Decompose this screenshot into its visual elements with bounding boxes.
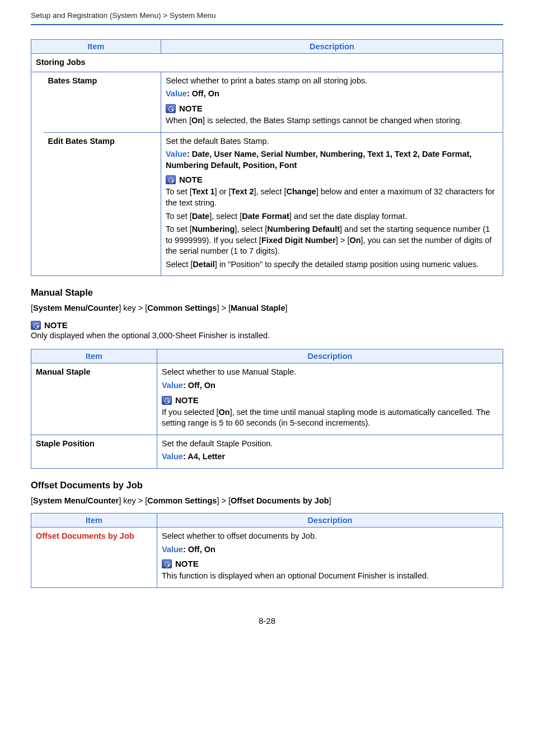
item-staple-position: Staple Position: [31, 435, 157, 468]
group-storing-jobs: Storing Jobs: [31, 54, 503, 72]
table-storing-jobs: Item Description Storing Jobs Bates Stam…: [31, 39, 503, 276]
item-edit-bates-stamp: Edit Bates Stamp: [44, 132, 161, 276]
page-content: Setup and Registration (System Menu) > S…: [0, 0, 534, 637]
text: To set [: [166, 225, 192, 234]
indent-cell: [31, 72, 44, 276]
item-manual-staple: Manual Staple: [31, 363, 157, 435]
text: ]: [285, 304, 287, 312]
text-bold: On: [349, 236, 360, 245]
text: To set [: [166, 187, 192, 196]
text-bold: Fixed Digit Number: [261, 236, 336, 245]
text: Select [: [166, 260, 193, 269]
table-manual-staple: Item Description Manual Staple Select wh…: [31, 349, 503, 469]
page-number: 8-28: [31, 599, 503, 637]
value-label: Value: [162, 545, 183, 554]
nav-path-offset: [System Menu/Counter] key > [Common Sett…: [31, 496, 503, 505]
col-header-item: Item: [31, 514, 157, 528]
text: To set [: [166, 212, 192, 221]
table-offset: Item Description Offset Documents by Job…: [31, 513, 503, 588]
value-text: : Off, On: [187, 89, 219, 98]
col-header-desc: Description: [157, 349, 503, 363]
nav-path-manual-staple: [System Menu/Counter] key > [Common Sett…: [31, 304, 503, 312]
note-label: NOTE: [179, 103, 203, 114]
desc-offset-documents: Select whether to offset documents by Jo…: [157, 528, 503, 588]
text-bold: Common Settings: [147, 496, 217, 505]
text: Set the default Bates Stamp.: [166, 137, 269, 146]
text: ], select [: [235, 225, 267, 234]
value-label: Value: [166, 89, 187, 98]
text: ] in "Position" to specify the detailed …: [215, 260, 479, 269]
text-bold: System Menu/Counter: [33, 304, 119, 312]
text-bold: Detail: [193, 260, 215, 269]
text: When [: [166, 116, 191, 125]
text-bold: Date: [192, 212, 209, 221]
text: ] key > [: [119, 496, 147, 505]
section-title-manual-staple: Manual Staple: [31, 287, 503, 298]
value-label: Value: [162, 452, 183, 461]
desc-staple-position: Set the default Staple Position. Value: …: [157, 435, 503, 468]
desc-bates-stamp: Select whether to print a bates stamp on…: [161, 72, 503, 132]
col-header-desc: Description: [161, 40, 503, 54]
text: ] > [: [217, 304, 231, 312]
col-header-desc: Description: [157, 514, 503, 528]
note-label: NOTE: [175, 558, 199, 570]
col-header-item: Item: [31, 40, 161, 54]
text-bold: Manual Staple: [231, 304, 285, 312]
section-title-offset: Offset Documents by Job: [31, 480, 503, 491]
text-bold: Offset Documents by Job: [231, 496, 329, 505]
text: ], select [: [209, 212, 242, 221]
text: Set the default Staple Position.: [162, 439, 273, 448]
text-bold: Numbering Default: [267, 225, 340, 234]
item-bates-stamp: Bates Stamp: [44, 72, 161, 132]
note-icon: [166, 104, 176, 113]
value-label: Value: [162, 381, 183, 390]
note-icon: [162, 396, 172, 405]
text-bold: Text 1: [192, 187, 215, 196]
text-bold: Date Format: [242, 212, 289, 221]
note-label: NOTE: [175, 395, 199, 406]
desc-edit-bates-stamp: Set the default Bates Stamp. Value: Date…: [161, 132, 503, 276]
text: ], select [: [254, 187, 286, 196]
text: If you selected [: [162, 408, 219, 417]
text-bold: Change: [286, 187, 316, 196]
text: ] > [: [217, 496, 231, 505]
text: This function is displayed when an optio…: [162, 571, 429, 580]
text: Select whether to offset documents by Jo…: [162, 531, 317, 540]
value-text: : Off, On: [183, 381, 216, 390]
note-icon: [166, 175, 176, 184]
note-label: NOTE: [44, 320, 68, 330]
text: ] key > [: [119, 304, 147, 312]
note-text: Only displayed when the optional 3,000-S…: [31, 331, 503, 340]
text-bold: System Menu/Counter: [33, 496, 119, 505]
value-text: : A4, Letter: [183, 452, 225, 461]
text: ]: [329, 496, 331, 505]
desc-manual-staple: Select whether to use Manual Staple. Val…: [157, 363, 503, 435]
text-bold: Numbering: [192, 225, 235, 234]
text: ] or [: [215, 187, 231, 196]
text: Select whether to use Manual Staple.: [162, 367, 296, 376]
text-bold: Common Settings: [147, 304, 217, 312]
text: Select whether to print a bates stamp on…: [166, 76, 367, 85]
value-text: : Date, User Name, Serial Number, Number…: [166, 150, 472, 170]
breadcrumb: Setup and Registration (System Menu) > S…: [31, 11, 503, 25]
col-header-item: Item: [31, 349, 157, 363]
note-icon: [31, 321, 41, 330]
text: ] is selected, the Bates Stamp settings …: [203, 116, 462, 125]
value-label: Value: [166, 150, 187, 158]
text: ] and set the date display format.: [289, 212, 407, 221]
text: ] > [: [336, 236, 350, 245]
note-icon: [162, 559, 172, 568]
text-bold: On: [219, 408, 230, 417]
item-offset-documents: Offset Documents by Job: [31, 528, 157, 588]
text-bold: On: [191, 116, 203, 125]
note-label: NOTE: [179, 174, 203, 185]
text-bold: Text 2: [231, 187, 254, 196]
value-text: : Off, On: [183, 545, 216, 554]
